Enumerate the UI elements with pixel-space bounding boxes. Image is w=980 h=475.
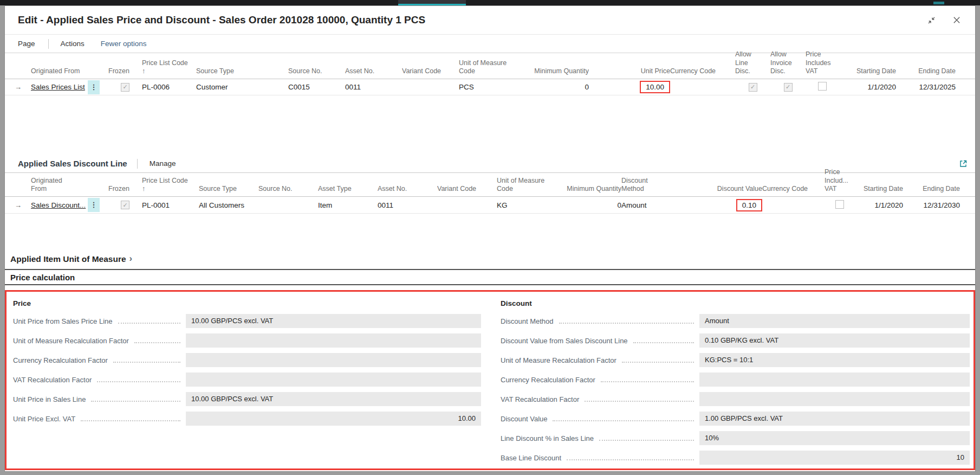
sales-prices-list-link[interactable]: Sales Prices List — [31, 83, 85, 91]
col-frozen[interactable]: Frozen — [108, 185, 142, 194]
frozen-checkbox: ✓ — [121, 201, 129, 209]
col-ending-date[interactable]: Ending Date — [903, 185, 960, 194]
field-label: Currency Recalculation Factor — [501, 376, 595, 384]
dotted-leader — [585, 401, 694, 402]
col-originated-from[interactable]: Originated From — [31, 67, 88, 76]
field-label: Unit of Measure Recalculation Factor — [501, 356, 616, 364]
base-line-discount-field[interactable]: 10 — [699, 451, 970, 465]
col-price-includes-vat[interactable]: Price Includes VAT — [806, 50, 839, 76]
col-minimum-quantity[interactable]: Minimum Quantity — [556, 185, 621, 194]
group-applied-item-uom[interactable]: Applied Item Unit of Measure › — [5, 249, 975, 270]
cell-discount-method: Amount — [621, 201, 686, 209]
col-frozen[interactable]: Frozen — [108, 67, 142, 76]
unit-price-in-sales-line-field[interactable]: 10.00 GBP/PCS excl. VAT — [186, 392, 481, 406]
col-asset-no[interactable]: Asset No. — [345, 67, 402, 76]
col-asset-no[interactable]: Asset No. — [378, 185, 437, 194]
vat-recalculation-factor-field[interactable] — [699, 392, 970, 406]
sales-discount-table: Originated From Frozen Price List Code ↑… — [5, 173, 975, 214]
col-discount-method[interactable]: Discount Method — [621, 177, 686, 194]
open-in-new-window-icon[interactable] — [959, 159, 968, 168]
close-icon[interactable] — [952, 16, 961, 24]
sales-discount-row[interactable]: → Sales Discount... ⋮ ✓ PL-0001 All Cust… — [5, 197, 975, 214]
background-frame: Edit - Applied Sales Price and Discount … — [0, 0, 980, 475]
col-variant-code[interactable]: Variant Code — [437, 185, 497, 194]
field-row: VAT Recalculation Factor — [13, 370, 481, 389]
cell-source-type: Customer — [196, 83, 288, 91]
col-ending-date[interactable]: Ending Date — [896, 67, 956, 76]
uom-recalculation-factor-field[interactable]: KG:PCS = 10:1 — [699, 353, 970, 367]
discount-group-header: Discount — [501, 296, 970, 311]
cell-starting-date: 1/1/2020 — [839, 83, 896, 91]
row-pointer-icon: → — [15, 201, 31, 209]
sales-price-row[interactable]: → Sales Prices List ⋮ ✓ PL-0006 Customer… — [5, 79, 975, 95]
unit-price-annotation: 10.00 — [640, 81, 670, 93]
currency-recalculation-factor-field[interactable] — [186, 353, 481, 367]
applied-item-uom-label: Applied Item Unit of Measure — [10, 254, 126, 264]
page-title: Edit - Applied Sales Price and Discount … — [18, 14, 927, 26]
dialog-titlebar: Edit - Applied Sales Price and Discount … — [5, 6, 975, 35]
col-uom-code[interactable]: Unit of Measure Code — [459, 59, 527, 76]
spacer — [5, 214, 975, 249]
col-source-type[interactable]: Source Type — [196, 67, 288, 76]
background-tab-accent — [398, 0, 466, 5]
cell-asset-type: Item — [318, 201, 378, 209]
field-label: Line Discount % in Sales Line — [501, 434, 594, 442]
unit-price-excl-vat-field[interactable]: 10.00 — [186, 412, 481, 426]
dotted-leader — [81, 420, 180, 421]
col-unit-price[interactable]: Unit Price — [589, 67, 670, 76]
col-minimum-quantity[interactable]: Minimum Quantity — [527, 67, 589, 76]
col-source-no[interactable]: Source No. — [258, 185, 318, 194]
col-uom-code[interactable]: Unit of Measure Code — [497, 177, 556, 194]
dialog-window: Edit - Applied Sales Price and Discount … — [4, 5, 976, 472]
col-source-type[interactable]: Source Type — [199, 185, 258, 194]
col-originated-from[interactable]: Originated From — [31, 177, 88, 194]
row-options-icon[interactable]: ⋮ — [88, 80, 100, 94]
col-allow-invoice-disc[interactable]: Allow Invoice Disc. — [770, 50, 806, 76]
dotted-leader — [599, 440, 694, 441]
dotted-leader — [559, 323, 694, 324]
vat-recalculation-factor-field[interactable] — [186, 373, 481, 387]
cell-asset-no: 0011 — [345, 83, 402, 91]
collapse-window-icon[interactable] — [927, 16, 936, 25]
allow-invoice-disc-checkbox: ✓ — [784, 83, 793, 92]
cell-starting-date: 1/1/2020 — [854, 201, 903, 209]
col-price-list-code[interactable]: Price List Code ↑ — [142, 177, 199, 194]
field-label: Base Line Discount — [501, 454, 561, 462]
col-currency-code[interactable]: Currency Code — [670, 67, 735, 76]
allow-line-disc-checkbox: ✓ — [749, 83, 757, 92]
sales-discount-list-link[interactable]: Sales Discount... — [31, 201, 86, 209]
dotted-leader — [553, 420, 694, 421]
col-price-includes-vat[interactable]: Price Includ... VAT — [825, 168, 854, 194]
discount-method-field[interactable]: Amount — [699, 314, 970, 328]
row-options-icon[interactable]: ⋮ — [88, 198, 100, 212]
col-discount-value[interactable]: Discount Value — [686, 185, 762, 194]
field-label: Unit of Measure Recalculation Factor — [13, 337, 129, 345]
menu-fewer-options[interactable]: Fewer options — [101, 40, 147, 48]
uom-recalculation-factor-field[interactable] — [186, 333, 481, 348]
col-price-list-code[interactable]: Price List Code ↑ — [142, 59, 196, 76]
menu-actions[interactable]: Actions — [61, 40, 85, 48]
field-row: VAT Recalculation Factor — [501, 389, 970, 409]
col-currency-code[interactable]: Currency Code — [762, 185, 825, 194]
discount-value-from-sales-discount-line-field[interactable]: 0.10 GBP/KG excl. VAT — [699, 333, 970, 348]
col-starting-date[interactable]: Starting Date — [854, 185, 903, 194]
col-asset-type[interactable]: Asset Type — [318, 185, 378, 194]
currency-recalculation-factor-field[interactable] — [699, 373, 970, 387]
background-teal-mark — [933, 2, 944, 4]
cell-unit-price: 10.00 — [646, 83, 664, 91]
col-variant-code[interactable]: Variant Code — [402, 67, 459, 76]
discount-column: Discount Discount Method Amount Discount… — [501, 292, 970, 468]
line-discount-pct-in-sales-line-field[interactable]: 10% — [699, 431, 970, 445]
col-allow-line-disc[interactable]: Allow Line Disc. — [735, 50, 770, 76]
col-starting-date[interactable]: Starting Date — [839, 67, 896, 76]
manage-menu[interactable]: Manage — [150, 159, 176, 168]
unit-price-from-sales-price-line-field[interactable]: 10.00 GBP/PCS excl. VAT — [186, 314, 481, 328]
field-label: Unit Price from Sales Price Line — [13, 317, 113, 325]
discount-value-field[interactable]: 1.00 GBP/PCS excl. VAT — [699, 412, 970, 426]
cell-asset-no: 0011 — [378, 201, 437, 209]
cell-uom-code: KG — [497, 201, 556, 209]
menu-page[interactable]: Page — [18, 40, 35, 48]
col-source-no[interactable]: Source No. — [288, 67, 345, 76]
menu-divider — [48, 39, 49, 49]
price-group-header: Price — [13, 296, 481, 311]
